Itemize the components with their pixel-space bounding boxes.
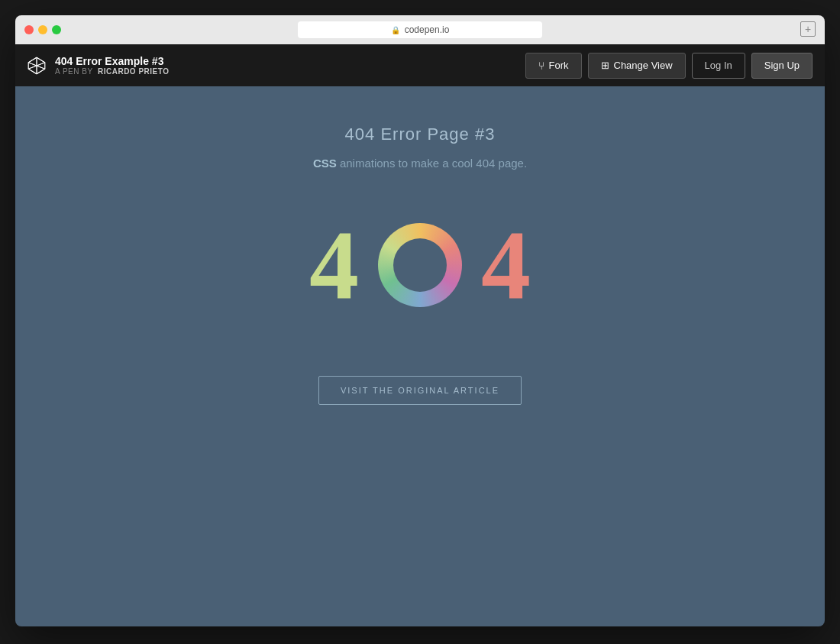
new-tab-button[interactable]: +: [800, 21, 816, 37]
browser-window: 🔒 codepen.io + 404 Error Example #3: [15, 15, 825, 626]
main-content: 404 Error Page #3 CSS animations to make…: [15, 86, 825, 626]
url-text: codepen.io: [405, 24, 450, 35]
address-bar[interactable]: 🔒 codepen.io: [298, 21, 542, 38]
svg-line-6: [37, 62, 45, 65]
svg-line-8: [37, 66, 45, 69]
svg-line-7: [28, 66, 37, 69]
pen-title: 404 Error Example #3: [55, 55, 169, 68]
fork-icon: ⑂: [538, 60, 544, 72]
zero-ring: [378, 223, 462, 307]
change-view-button[interactable]: ⊞ Change View: [588, 53, 686, 79]
signup-button[interactable]: Sign Up: [751, 53, 813, 79]
navbar-actions: ⑂ Fork ⊞ Change View Log In Sign Up: [525, 53, 813, 79]
visit-article-button[interactable]: VISIT THE ORIGINAL ARTICLE: [318, 376, 522, 405]
change-view-icon: ⊞: [601, 60, 609, 71]
close-button[interactable]: [24, 25, 34, 34]
fork-button[interactable]: ⑂ Fork: [525, 53, 582, 79]
browser-titlebar: 🔒 codepen.io +: [15, 15, 825, 44]
error-four-left: 4: [309, 215, 359, 315]
pen-author-line: A PEN BY Ricardo Prieto: [55, 67, 169, 76]
subtitle-highlight: CSS: [313, 157, 337, 170]
error-zero: [374, 219, 466, 311]
zero-ring-inner: [393, 238, 447, 292]
login-button[interactable]: Log In: [692, 53, 745, 79]
lock-icon: 🔒: [391, 26, 400, 34]
codepen-logo: [27, 57, 46, 75]
error-four-right: 4: [481, 215, 531, 315]
svg-line-5: [28, 62, 37, 65]
traffic-lights: [24, 25, 61, 34]
maximize-button[interactable]: [52, 25, 61, 34]
error-display: 4 4: [309, 215, 531, 315]
minimize-button[interactable]: [38, 25, 47, 34]
codepen-navbar: 404 Error Example #3 A PEN BY Ricardo Pr…: [15, 44, 825, 86]
page-title: 404 Error Page #3: [345, 125, 496, 144]
pen-info: 404 Error Example #3 A PEN BY Ricardo Pr…: [55, 55, 169, 76]
page-subtitle: CSS animations to make a cool 404 page.: [313, 157, 527, 170]
codepen-logo-icon: [27, 57, 46, 75]
